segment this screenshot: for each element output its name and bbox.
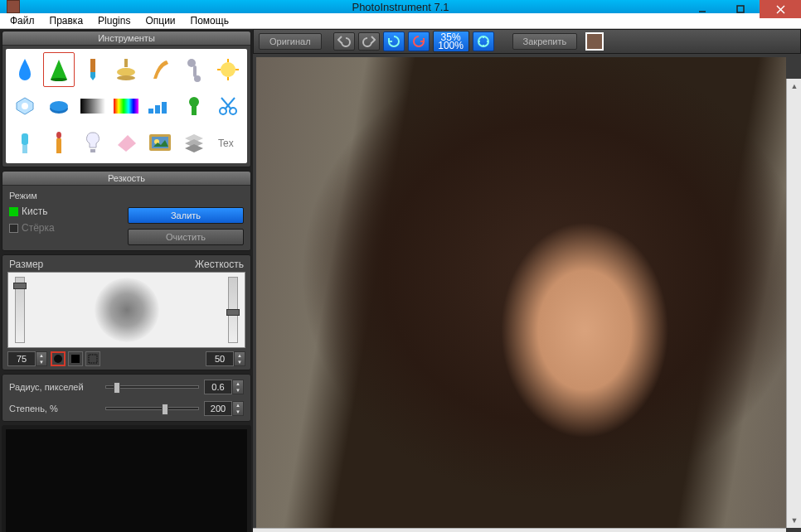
horizontal-scrollbar[interactable]: ◀ ▶ [253,528,786,532]
tool-object-remove[interactable] [43,89,75,123]
scroll-right-icon[interactable]: ▶ [771,529,786,533]
clear-button[interactable]: Очистить [128,229,244,245]
pin-button[interactable]: Закрепить [512,33,578,50]
tool-makeup[interactable] [43,125,75,160]
radio-off-icon [9,224,18,233]
tool-skin-clean[interactable] [178,89,211,123]
canvas-area: Оригинал 35% 100% Закрепить ▲ ▼ [253,29,801,532]
zoom-preview[interactable] [2,425,251,532]
tool-brush[interactable] [76,52,109,87]
tool-text[interactable]: Tex [211,125,244,160]
menu-options[interactable]: Опции [138,13,182,28]
svg-rect-40 [71,355,80,363]
shape-soft-round[interactable] [51,351,66,366]
redo-button[interactable] [358,32,380,51]
size-slider[interactable] [15,277,25,343]
rotate-right-button[interactable] [408,31,430,51]
fit-screen-button[interactable] [473,31,494,51]
scroll-left-icon[interactable]: ◀ [253,529,268,533]
svg-rect-23 [155,105,160,114]
svg-point-33 [56,132,61,138]
zoom-indicator[interactable]: 35% 100% [433,31,469,52]
rotate-left-button[interactable] [383,31,405,51]
hardness-value-field[interactable] [206,351,234,366]
tool-light-bulb[interactable] [76,125,109,160]
amount-slider[interactable] [105,407,199,410]
app-icon [7,0,20,13]
vertical-scrollbar[interactable]: ▲ ▼ [786,79,801,528]
slider-thumb[interactable] [13,283,27,289]
radius-row: Радиус, пикселей ▲▼ [9,380,244,394]
minimize-button[interactable] [683,0,721,18]
radius-value-field[interactable] [204,380,232,394]
hardness-label: Жесткость [195,259,244,270]
hardness-slider[interactable] [228,277,238,343]
tool-picture[interactable] [144,125,177,160]
tool-scissors[interactable] [211,89,244,123]
brush-shape-chips [51,351,100,366]
tool-blur[interactable] [9,52,41,87]
radius-input[interactable]: ▲▼ [204,380,244,394]
tool-glow[interactable] [211,52,244,87]
left-panel: Инструменты [0,29,253,532]
tool-liquify[interactable] [178,52,211,87]
amount-spinner[interactable]: ▲▼ [232,401,244,416]
original-button[interactable]: Оригинал [259,33,322,50]
tool-smudge[interactable] [144,52,177,87]
radius-spinner[interactable]: ▲▼ [232,380,244,394]
canvas-viewport[interactable]: ▲ ▼ ◀ ▶ [253,54,801,532]
tool-sharpen[interactable] [43,52,75,87]
amount-input[interactable]: ▲▼ [204,401,244,416]
mode-label: Режим [9,191,55,201]
tool-rainbow[interactable] [110,89,143,123]
mode-brush-radio[interactable]: Кисть [9,206,55,217]
tools-grid: Tex [6,49,247,163]
svg-rect-32 [22,145,27,153]
scroll-up-icon[interactable]: ▲ [787,79,801,94]
tool-glamour[interactable] [9,125,41,160]
sharpness-panel: Резкость Режим Кисть Стёрка Залить Очист… [2,171,251,251]
svg-rect-1 [737,6,744,12]
menu-bar: Файл Правка Plugins Опции Помощь [0,13,801,29]
size-spinner[interactable]: ▲▼ [36,351,47,366]
mode-eraser-radio[interactable]: Стёрка [9,222,55,234]
menu-edit[interactable]: Правка [43,13,90,28]
menu-help[interactable]: Помощь [184,13,235,28]
amount-value-field[interactable] [204,401,232,416]
brush-panel: Размер Жесткость ▲▼ [2,254,251,370]
window-title: PhotoInstrument 7.1 [352,1,449,13]
hardness-input[interactable]: ▲▼ [206,351,245,366]
svg-point-12 [221,62,235,77]
svg-rect-10 [193,65,197,77]
shape-dotted[interactable] [85,351,100,366]
brush-preview-circle [95,278,159,342]
size-input[interactable]: ▲▼ [7,351,47,366]
hardness-spinner[interactable]: ▲▼ [234,351,245,366]
menu-plugins[interactable]: Plugins [91,13,137,28]
tool-denoise[interactable] [9,89,41,123]
size-label: Размер [9,259,43,270]
zoom-preview-image [6,429,247,532]
shape-square[interactable] [68,351,83,366]
menu-file[interactable]: Файл [3,13,41,28]
size-value-field[interactable] [7,351,36,366]
tool-eraser[interactable] [110,125,143,160]
canvas-toolbar: Оригинал 35% 100% Закрепить [253,29,801,54]
undo-button[interactable] [333,32,355,51]
slider-thumb[interactable] [114,382,120,394]
thumbnail-item[interactable] [585,32,604,51]
tool-gradient[interactable] [76,89,109,123]
slider-thumb[interactable] [162,404,168,415]
scroll-down-icon[interactable]: ▼ [787,513,801,528]
slider-thumb[interactable] [226,309,240,316]
close-button[interactable] [760,0,801,18]
svg-rect-31 [22,133,28,145]
maximize-button[interactable] [721,0,760,18]
fill-button[interactable]: Залить [128,207,244,224]
radius-slider[interactable] [105,385,199,389]
tool-layers[interactable] [178,125,211,160]
tool-levels[interactable] [144,89,177,123]
thumbnail-strip [585,32,604,51]
tool-clone-stamp[interactable] [110,52,143,87]
svg-rect-41 [89,355,97,363]
